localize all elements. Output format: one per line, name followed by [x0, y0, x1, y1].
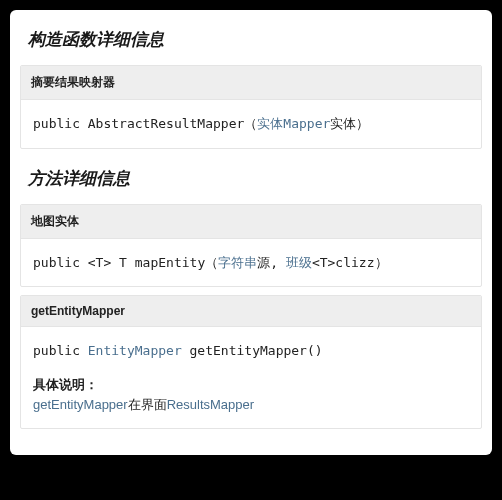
param-type-link[interactable]: 字符串	[218, 255, 257, 270]
member-header: 摘要结果映射器	[21, 66, 481, 100]
member-header: 地图实体	[21, 205, 481, 239]
param-suffix: <T>clizz	[312, 255, 375, 270]
modifier: public	[33, 116, 80, 131]
modifier: public	[33, 343, 80, 358]
method-signature: public <T> T mapEntity（字符串源, 班级<T>clizz）	[21, 239, 481, 287]
param-type-link[interactable]: 班级	[286, 255, 312, 270]
method-member: getEntityMapper public EntityMapper getE…	[20, 295, 482, 429]
section-title-method: 方法详细信息	[28, 167, 474, 190]
modifier: public	[33, 255, 80, 270]
method-description: 具体说明： getEntityMapper在界面ResultsMapper	[21, 375, 481, 429]
method-name: getEntityMapper	[190, 343, 307, 358]
param-type-link[interactable]: 实体Mapper	[257, 116, 330, 131]
paren-open: （	[244, 116, 257, 131]
desc-mid: 在界面	[128, 397, 167, 412]
method-member: 地图实体 public <T> T mapEntity（字符串源, 班级<T>c…	[20, 204, 482, 288]
section-title-constructor: 构造函数详细信息	[28, 28, 474, 51]
method-name: AbstractResultMapper	[88, 116, 245, 131]
constructor-member: 摘要结果映射器 public AbstractResultMapper（实体Ma…	[20, 65, 482, 149]
method-name: mapEntity	[135, 255, 205, 270]
constructor-detail-section: 构造函数详细信息 摘要结果映射器 public AbstractResultMa…	[10, 28, 492, 149]
param-suffix: 实体	[330, 116, 356, 131]
param-suffix: 源,	[257, 255, 286, 270]
paren-close: )	[315, 343, 323, 358]
desc-link-method[interactable]: getEntityMapper	[33, 397, 128, 412]
paren-close: ）	[375, 255, 388, 270]
member-header: getEntityMapper	[21, 296, 481, 327]
paren-open: （	[205, 255, 218, 270]
paren-open: (	[307, 343, 315, 358]
generic: <T>	[88, 255, 111, 270]
constructor-signature: public AbstractResultMapper（实体Mapper实体）	[21, 100, 481, 148]
desc-label: 具体说明：	[33, 377, 98, 392]
method-detail-section: 方法详细信息 地图实体 public <T> T mapEntity（字符串源,…	[10, 167, 492, 430]
method-signature: public EntityMapper getEntityMapper()	[21, 327, 481, 375]
return-type-link[interactable]: EntityMapper	[88, 343, 182, 358]
paren-close: ）	[356, 116, 369, 131]
desc-link-interface[interactable]: ResultsMapper	[167, 397, 254, 412]
return-type: T	[119, 255, 127, 270]
